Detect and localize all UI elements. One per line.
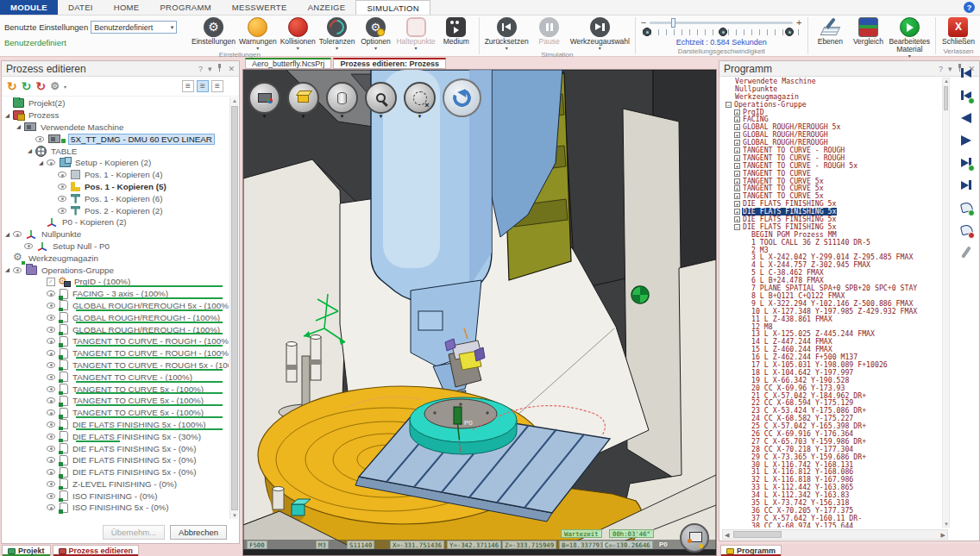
speed-plus-button[interactable]: + — [796, 17, 801, 28]
optionen-button[interactable]: Optionen▾ — [356, 16, 394, 51]
eye-icon[interactable] — [47, 349, 58, 357]
tree-item[interactable]: ◢Operations-Gruppe — [2, 264, 229, 276]
eye-icon[interactable] — [47, 397, 58, 404]
scroll-down-icon[interactable]: ▼ — [943, 522, 950, 527]
operation-row[interactable]: FACING - 3 axis - (100%) — [2, 288, 229, 300]
scroll-up-icon[interactable]: ▲ — [231, 98, 238, 103]
ribbon-tab-programm[interactable]: PROGRAMM — [149, 0, 221, 15]
edit-pencil-button[interactable] — [958, 244, 975, 260]
eye-icon[interactable] — [47, 492, 58, 500]
tree-item[interactable]: Pos. 1 - Kopieren (5) — [2, 181, 229, 193]
machine-housing-toggle-button[interactable] — [680, 523, 709, 553]
view-compact-button[interactable]: ≡ — [182, 80, 194, 92]
expand-plus-icon[interactable]: + — [734, 163, 740, 169]
operation-row[interactable]: ISO FINISHING - (0%) — [2, 490, 229, 502]
expander-icon[interactable]: ◢ — [5, 231, 13, 238]
tree-item[interactable]: Setup Null - P0 — [2, 241, 229, 253]
expander-icon[interactable]: ◢ — [28, 147, 35, 154]
einstellungen-button[interactable]: Einstellungen — [190, 16, 237, 51]
operation-row[interactable]: DIE FLATS FINISHING 5x - (0%) — [2, 442, 229, 454]
rotate-view-button[interactable] — [443, 78, 481, 117]
play-backward-button[interactable] — [958, 109, 975, 126]
operation-row[interactable]: GLOBAL ROUGH/REROUGH - (100%) — [2, 311, 229, 323]
program-scrollbar[interactable]: ▲ ▼ — [942, 78, 950, 528]
eye-icon[interactable] — [58, 195, 69, 203]
operation-row[interactable]: TANGENT TO CURVE - ROUGH - (100%) — [2, 347, 229, 359]
operation-row[interactable]: GLOBAL ROUGH/REROUGH - (100%) — [2, 323, 229, 335]
expand-plus-icon[interactable]: + — [734, 193, 740, 199]
warnungen-button[interactable]: Warnungen▾ — [237, 16, 279, 51]
collapse-minus-icon[interactable]: − — [734, 224, 740, 230]
tree-item[interactable]: ◢Setup - Kopieren (2) — [2, 157, 229, 169]
panel-close-icon[interactable]: ✕ — [228, 65, 235, 73]
eye-icon[interactable] — [13, 230, 24, 238]
skip-to-end-button[interactable] — [958, 177, 975, 193]
panel-menu-icon[interactable]: ▾ — [208, 65, 212, 73]
ribbon-tab-datei[interactable]: DATEI — [58, 0, 104, 15]
tree-item[interactable]: ◢Nullpunkte — [2, 228, 229, 241]
program-node[interactable]: −DIE FLATS FINISHING 5x — [722, 223, 939, 231]
viewport-tab-1[interactable]: Aero_butterfly.NcsPrj — [245, 58, 331, 69]
step-forward-button[interactable] — [958, 154, 975, 171]
speed-medium-knob-icon[interactable] — [719, 28, 727, 36]
eye-icon[interactable] — [47, 433, 58, 440]
tree-item[interactable]: ◢TABLE — [2, 145, 229, 157]
speed-slider-thumb[interactable] — [671, 18, 675, 28]
speed-minus-button[interactable]: − — [641, 17, 646, 28]
tree-item[interactable]: Pos. 2 - Kopieren (2) — [2, 204, 229, 216]
scrollbar-thumb[interactable] — [944, 86, 948, 110]
stock-view-button[interactable]: ▼ — [287, 82, 319, 114]
refresh-red-icon[interactable]: ↻ — [35, 80, 46, 92]
eye-icon[interactable] — [47, 361, 58, 369]
operation-row[interactable]: DIE FLATS FINISHING 5x - (0%) — [2, 466, 229, 478]
eye-icon[interactable] — [47, 480, 58, 488]
remove-breakpoint-button[interactable] — [958, 222, 975, 238]
expand-plus-icon[interactable]: + — [734, 116, 740, 122]
eye-icon[interactable] — [47, 337, 58, 345]
operation-row[interactable]: ISO FINISHING 5x - (0%) — [2, 502, 229, 514]
skip-to-start-button[interactable] — [958, 65, 975, 81]
tree-item[interactable]: P0 - Kopieren (2) — [2, 216, 229, 228]
step-back-button[interactable] — [958, 87, 975, 103]
operation-row[interactable]: Z-LEVEL FINISHING - (0%) — [2, 478, 229, 490]
ribbon-tab-home[interactable]: HOME — [104, 0, 150, 15]
tree-item[interactable]: Pos. 1 - Kopieren (4) — [2, 169, 229, 181]
operation-row[interactable]: ✓PrgID - (100%) — [2, 276, 229, 288]
expand-plus-icon[interactable]: + — [734, 140, 740, 146]
expand-plus-icon[interactable]: + — [734, 171, 740, 177]
kollisionen-button[interactable]: Kollisionen▾ — [279, 16, 317, 51]
tab-prozess-editieren[interactable]: Prozess editieren — [53, 545, 140, 556]
scroll-left-icon[interactable]: ◀ — [725, 530, 729, 540]
tree-item[interactable]: ◢Verwendete Maschine — [2, 122, 229, 134]
tree-item[interactable]: Werkzeugmagazin — [2, 252, 229, 264]
operation-row[interactable]: TANGENT TO CURVE - (100%) — [2, 371, 229, 383]
bearbeitetes-material-button[interactable]: Bearbeitetes Material▾ — [887, 16, 932, 59]
refresh-orange-icon[interactable]: ↻ — [7, 80, 17, 92]
cancel-button[interactable]: Abbrechen — [170, 525, 227, 540]
tree-item[interactable]: Projekt(2) — [2, 97, 229, 109]
operation-row[interactable]: DIE FLATS FINISHING 5x - (0%) — [2, 454, 229, 466]
eye-icon[interactable] — [47, 302, 58, 309]
selection-mode-button[interactable]: ▼ — [404, 82, 436, 114]
schließen-button[interactable]: Schließen — [939, 16, 977, 46]
speed-slow-icon[interactable] — [643, 28, 651, 36]
eye-icon[interactable] — [13, 266, 24, 274]
expand-plus-icon[interactable]: + — [734, 209, 740, 215]
panel-help-icon[interactable]: ? — [939, 65, 943, 73]
checkbox[interactable]: ✓ — [47, 278, 55, 286]
vergleich-button[interactable]: Vergleich — [849, 16, 887, 46]
eye-icon[interactable] — [47, 468, 58, 476]
eye-icon[interactable] — [47, 159, 58, 166]
speed-slider[interactable] — [650, 22, 793, 24]
process-tree-scrollbar[interactable]: ▲ ▼ — [229, 97, 238, 519]
chevron-down-icon[interactable]: ▾ — [64, 84, 66, 90]
ribbon-tab-module[interactable]: MODULE — [0, 0, 58, 15]
tab-projekt[interactable]: Projekt — [2, 545, 51, 556]
expand-plus-icon[interactable]: + — [734, 178, 740, 184]
panel-help-icon[interactable]: ? — [198, 65, 203, 73]
toleranzen-button[interactable]: Toleranzen▾ — [317, 16, 357, 51]
eye-icon[interactable] — [47, 326, 58, 334]
workpiece-view-button[interactable]: ▼ — [326, 82, 358, 114]
eye-icon[interactable] — [58, 207, 69, 215]
expand-plus-icon[interactable]: + — [734, 201, 740, 207]
